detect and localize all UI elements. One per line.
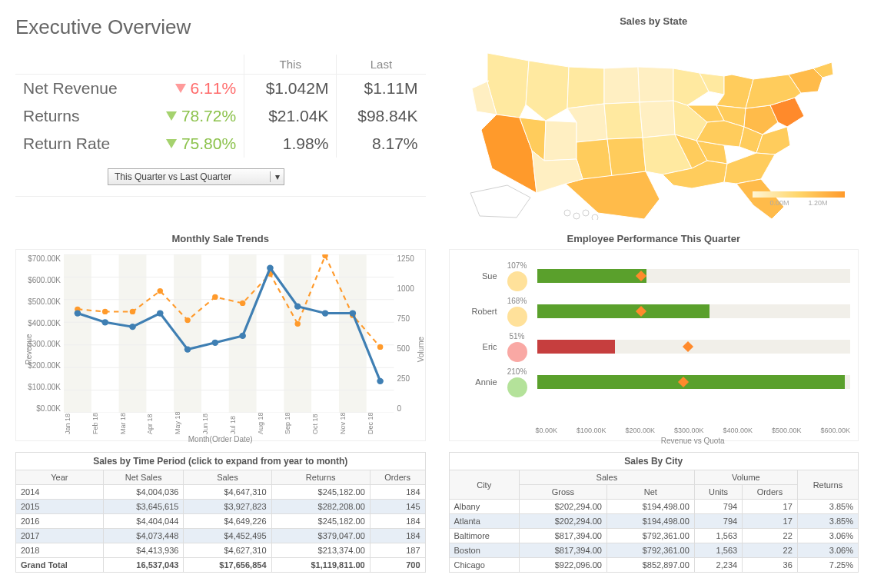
svg-point-40 <box>350 310 357 316</box>
table-row[interactable]: Chicago$922,096.00$852,897.002,234367.25… <box>449 558 859 573</box>
period-selector-value: This Quarter vs Last Quarter <box>108 169 270 184</box>
employee-name: Annie <box>457 377 497 387</box>
kpi-panel: Executive Overview This Last Net Revenue… <box>15 15 426 222</box>
table-row[interactable]: Albany$202,294.00$194,498.00794173.85% <box>449 500 859 514</box>
svg-point-24 <box>240 301 246 306</box>
city-table-title: Sales By City <box>449 452 859 470</box>
table-row[interactable]: 2017$4,073,448$4,452,495$379,047.00184 <box>16 529 426 543</box>
status-dot-icon <box>507 307 527 327</box>
svg-point-38 <box>294 304 301 310</box>
employee-bar-track <box>537 340 851 354</box>
monthly-trends-chart[interactable]: $700.00K$600.00K$500.00K$400.00K$300.00K… <box>15 249 426 441</box>
svg-point-33 <box>157 310 164 316</box>
trends-xlabel: Month(Order Date) <box>16 435 425 443</box>
svg-rect-6 <box>174 254 201 413</box>
svg-rect-5 <box>119 254 147 413</box>
employee-title: Employee Performance This Quarter <box>449 233 859 244</box>
employee-row[interactable]: Sue107% <box>457 261 851 291</box>
svg-point-39 <box>322 310 329 316</box>
status-dot-icon <box>507 342 527 362</box>
kpi-last: 8.17% <box>337 130 426 158</box>
table-row[interactable]: 2014$4,004,036$4,647,310$245,182.00184 <box>16 485 426 500</box>
kpi-row-label: Return Rate <box>15 130 144 158</box>
kpi-col-this: This <box>244 55 337 75</box>
employee-bullet-chart[interactable]: Sue107%Robert168%Eric51%Annie210% $0.00K… <box>449 249 859 441</box>
svg-point-30 <box>75 310 81 316</box>
kpi-col-last: Last <box>337 55 426 75</box>
kpi-delta: 6.11% <box>144 75 244 103</box>
map-legend: 0.00M 1.20M <box>753 191 845 207</box>
trends-ylabel-left: Revenue <box>25 334 33 364</box>
svg-point-29 <box>377 344 384 350</box>
svg-point-20 <box>130 309 136 314</box>
kpi-this: $21.04K <box>244 102 337 130</box>
kpi-this: $1.042M <box>244 75 337 103</box>
arrow-down-icon <box>166 139 177 148</box>
employee-name: Sue <box>457 271 497 281</box>
employee-row[interactable]: Eric51% <box>457 331 851 362</box>
svg-point-41 <box>377 378 384 384</box>
table-total-row: Grand Total16,537,043$17,656,854$1,119,8… <box>16 558 426 573</box>
city-table[interactable]: City Sales Volume Returns GrossNetUnitsO… <box>449 470 859 573</box>
trends-title: Monthly Sale Trends <box>15 233 426 244</box>
kpi-delta: 78.72% <box>144 102 244 130</box>
svg-point-37 <box>267 265 274 271</box>
kpi-row-label: Net Revenue <box>15 75 144 103</box>
arrow-down-icon <box>175 84 186 93</box>
svg-point-34 <box>184 346 191 352</box>
monthly-trends-panel: Monthly Sale Trends $700.00K$600.00K$500… <box>15 233 426 441</box>
employee-performance-panel: Employee Performance This Quarter Sue107… <box>449 233 859 441</box>
employee-pct: 168% <box>497 297 537 305</box>
svg-point-23 <box>212 294 218 300</box>
svg-point-21 <box>158 288 164 294</box>
svg-point-27 <box>322 254 328 258</box>
employee-row[interactable]: Robert168% <box>457 296 851 327</box>
time-table-title: Sales by Time Period (click to expand fr… <box>15 452 426 470</box>
svg-point-36 <box>239 333 246 339</box>
svg-point-2 <box>583 210 589 216</box>
table-row[interactable]: Atlanta$202,294.00$194,498.00794173.85% <box>449 514 859 529</box>
svg-rect-8 <box>284 254 311 413</box>
employee-pct: 107% <box>497 261 537 270</box>
employee-bar-track <box>537 375 851 389</box>
employee-bar-track <box>537 269 851 283</box>
svg-point-19 <box>102 309 108 314</box>
employee-name: Eric <box>457 342 497 351</box>
table-row[interactable]: 2018$4,413,936$4,627,310$213,374.00187 <box>16 543 426 558</box>
svg-rect-4 <box>64 254 91 413</box>
status-dot-icon <box>507 377 527 397</box>
map-title: Sales by State <box>449 15 859 27</box>
table-row[interactable]: Boston$817,394.00$792,361.001,563223.06% <box>449 543 859 558</box>
kpi-delta: 75.80% <box>144 130 244 158</box>
svg-point-26 <box>294 321 301 327</box>
svg-point-32 <box>129 324 136 330</box>
trends-ylabel-right: Volume <box>417 337 425 362</box>
kpi-table: This Last Net Revenue6.11%$1.042M$1.11MR… <box>15 55 426 158</box>
kpi-this: 1.98% <box>244 130 337 158</box>
kpi-row-label: Returns <box>15 102 144 130</box>
period-selector[interactable]: This Quarter vs Last Quarter ▾ <box>108 168 284 185</box>
sales-by-city-panel: Sales By City City Sales Volume Returns … <box>449 452 859 573</box>
svg-point-0 <box>564 210 570 216</box>
chevron-down-icon[interactable]: ▾ <box>270 171 284 182</box>
table-row[interactable]: 2016$4,404,044$4,649,226$245,182.00184 <box>16 514 426 529</box>
arrow-down-icon <box>166 111 177 121</box>
sales-by-state-panel: Sales by State <box>449 15 859 222</box>
svg-rect-9 <box>339 254 367 413</box>
employee-bar-track <box>537 304 851 318</box>
svg-point-31 <box>101 319 108 325</box>
page-title: Executive Overview <box>15 15 426 39</box>
svg-point-3 <box>592 214 598 220</box>
employee-xlabel: Revenue vs Quota <box>536 437 851 445</box>
kpi-last: $1.11M <box>337 75 426 103</box>
sales-by-time-panel: Sales by Time Period (click to expand fr… <box>15 452 426 573</box>
quota-marker-icon <box>683 341 693 352</box>
table-row[interactable]: 2015$3,645,615$3,927,823$282,208.00145 <box>16 500 426 514</box>
employee-pct: 51% <box>497 332 537 341</box>
kpi-last: $98.84K <box>337 102 426 130</box>
table-row[interactable]: Baltimore$817,394.00$792,361.001,563223.… <box>449 529 859 543</box>
time-table[interactable]: YearNet SalesSalesReturnsOrders 2014$4,0… <box>15 470 426 573</box>
svg-point-22 <box>184 317 191 323</box>
employee-pct: 210% <box>497 367 537 376</box>
employee-row[interactable]: Annie210% <box>457 367 851 397</box>
